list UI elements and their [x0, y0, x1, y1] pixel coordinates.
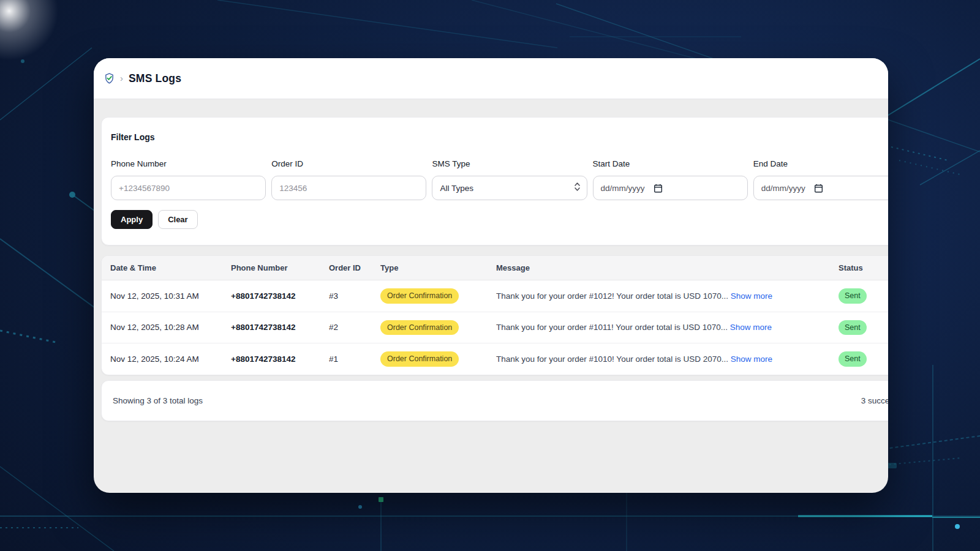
calendar-icon[interactable]	[654, 184, 663, 193]
table-row: Nov 12, 2025, 10:31 AM +8801742738142 #3…	[102, 280, 888, 312]
filter-fields: Phone Number Order ID SMS Type All Types	[111, 159, 888, 200]
cell-order-id: #1	[324, 343, 375, 375]
cell-message: Thank you for your order #1010! Your ord…	[491, 343, 834, 375]
status-badge: Sent	[839, 288, 867, 304]
cell-phone: +8801742738142	[226, 343, 324, 375]
end-date-label: End Date	[753, 159, 888, 168]
logs-table-card: Date & Time Phone Number Order ID Type M…	[101, 255, 888, 375]
apply-button[interactable]: Apply	[111, 210, 153, 229]
success-summary-text: 3 successful	[861, 396, 888, 405]
cell-datetime: Nov 12, 2025, 10:28 AM	[102, 312, 226, 343]
shield-check-icon	[104, 72, 115, 84]
cell-order-id: #3	[324, 280, 375, 312]
cell-datetime: Nov 12, 2025, 10:24 AM	[102, 343, 226, 375]
cell-type: Order Confirmation	[375, 280, 491, 312]
cell-order-id: #2	[324, 312, 375, 343]
page-title: SMS Logs	[129, 72, 181, 85]
type-badge: Order Confirmation	[380, 320, 459, 335]
status-badge: Sent	[839, 320, 867, 335]
app-header: › SMS Logs	[94, 58, 888, 99]
table-row: Nov 12, 2025, 10:28 AM +8801742738142 #2…	[102, 312, 888, 343]
breadcrumb-chevron-icon: ›	[120, 73, 123, 83]
cell-status: Sent	[834, 312, 888, 343]
phone-number-input[interactable]	[111, 176, 266, 200]
table-row: Nov 12, 2025, 10:24 AM +8801742738142 #1…	[102, 343, 888, 375]
col-header-datetime: Date & Time	[102, 256, 226, 280]
cell-phone: +8801742738142	[226, 280, 324, 312]
sms-type-select[interactable]: All Types	[432, 176, 587, 200]
show-more-link[interactable]: Show more	[730, 323, 772, 332]
showing-count-text: Showing 3 of 3 total logs	[113, 396, 203, 405]
clear-button[interactable]: Clear	[158, 210, 198, 229]
cell-type: Order Confirmation	[375, 312, 491, 343]
sms-type-field: SMS Type All Types	[432, 159, 587, 200]
start-date-field: Start Date dd/mm/yyyy	[593, 159, 748, 200]
col-header-phone: Phone Number	[226, 256, 324, 280]
phone-number-label: Phone Number	[111, 159, 266, 168]
end-date-input[interactable]: dd/mm/yyyy	[753, 176, 888, 200]
col-header-status: Status	[834, 256, 888, 280]
type-badge: Order Confirmation	[380, 351, 459, 367]
order-id-label: Order ID	[271, 159, 426, 168]
show-more-link[interactable]: Show more	[731, 354, 772, 364]
filter-heading: Filter Logs	[111, 132, 888, 142]
cell-message: Thank you for your order #1011! Your ord…	[491, 312, 834, 343]
cell-message: Thank you for your order #1012! Your ord…	[491, 280, 834, 312]
table-header-row: Date & Time Phone Number Order ID Type M…	[102, 256, 888, 280]
col-header-order-id: Order ID	[324, 256, 375, 280]
cell-phone: +8801742738142	[226, 312, 324, 343]
phone-number-field: Phone Number	[111, 159, 266, 200]
cell-type: Order Confirmation	[375, 343, 491, 375]
col-header-type: Type	[375, 256, 491, 280]
logs-table: Date & Time Phone Number Order ID Type M…	[102, 256, 888, 375]
cell-status: Sent	[834, 343, 888, 375]
status-badge: Sent	[839, 351, 867, 367]
sms-type-label: SMS Type	[432, 159, 587, 168]
page-content: Filter Logs Phone Number Order ID SMS Ty…	[94, 99, 888, 421]
app-window: › SMS Logs Filter Logs Phone Number Orde…	[94, 58, 888, 493]
order-id-input[interactable]	[271, 176, 426, 200]
type-badge: Order Confirmation	[380, 288, 459, 304]
table-footer: Showing 3 of 3 total logs 3 successful	[101, 380, 888, 421]
end-date-field: End Date dd/mm/yyyy	[753, 159, 888, 200]
start-date-label: Start Date	[593, 159, 748, 168]
cell-datetime: Nov 12, 2025, 10:31 AM	[102, 280, 226, 312]
show-more-link[interactable]: Show more	[731, 291, 772, 301]
start-date-input[interactable]: dd/mm/yyyy	[593, 176, 748, 200]
col-header-message: Message	[491, 256, 834, 280]
cell-status: Sent	[834, 280, 888, 312]
up-down-chevrons-icon	[574, 182, 581, 194]
calendar-icon[interactable]	[814, 184, 823, 193]
filter-actions: Apply Clear	[111, 210, 888, 229]
order-id-field: Order ID	[271, 159, 426, 200]
filter-section: Filter Logs Phone Number Order ID SMS Ty…	[101, 117, 888, 246]
